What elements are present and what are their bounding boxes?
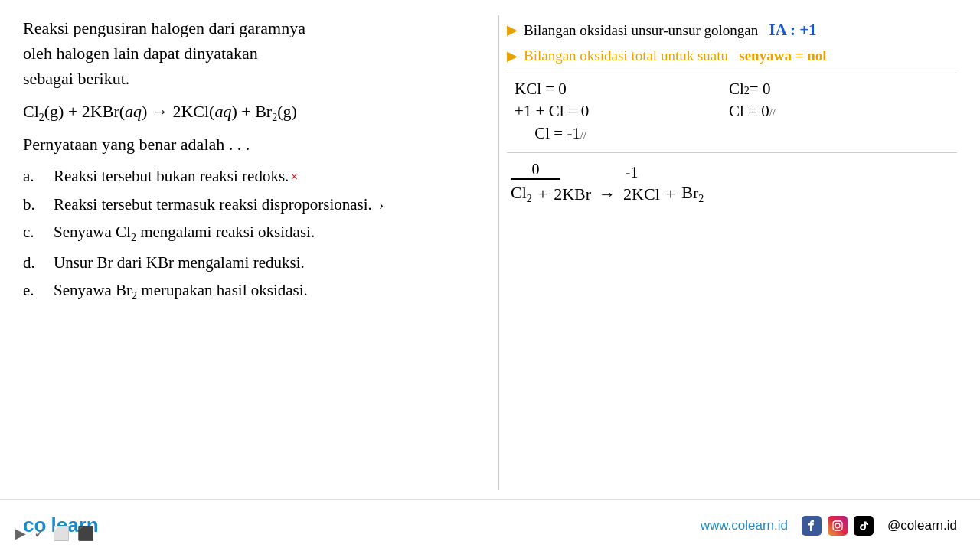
hint-1-text: Bilangan oksidasi unsur-unsur golongan I… bbox=[524, 19, 817, 41]
footer: co learn www.colearn.id bbox=[0, 499, 980, 551]
full-reaction-line: Cl2 + 2KBr → 2KCl + Br2 bbox=[511, 183, 953, 205]
check-button[interactable]: ✓ bbox=[34, 525, 45, 542]
divider-1 bbox=[507, 73, 957, 73]
next-button[interactable]: ⬛ bbox=[77, 525, 94, 542]
footer-social bbox=[802, 516, 874, 536]
option-b-label: b. bbox=[23, 193, 54, 216]
option-b-text: Reaksi tersebut termasuk reaksi dispropo… bbox=[54, 193, 482, 216]
reaction-diagram: 0 -1 Cl2 + 2KBr → 2KCl + Br2 bbox=[507, 161, 957, 205]
reaction-plus-2: + bbox=[666, 184, 675, 204]
option-a-text: Reaksi tersebut bukan reaksi redoks.× bbox=[54, 165, 482, 187]
option-e-label: e. bbox=[23, 279, 54, 302]
hint-1-arrow: ▶ bbox=[507, 21, 518, 40]
hint-2: ▶ Bilangan oksidasi total untuk suatu se… bbox=[507, 46, 957, 67]
option-c-text: Senyawa Cl2 mengalami reaksi oksidasi. bbox=[54, 220, 482, 246]
svg-rect-0 bbox=[833, 521, 842, 530]
divider-2 bbox=[507, 152, 957, 153]
option-b: b. Reaksi tersebut termasuk reaksi dispr… bbox=[23, 193, 482, 216]
reaction-spacer-1 bbox=[560, 161, 621, 181]
forward-button[interactable]: ⬜ bbox=[53, 525, 70, 542]
calc-cl-val: Cl = -1// bbox=[514, 124, 706, 143]
option-a-cross: × bbox=[290, 169, 298, 184]
play-button[interactable]: ▶ bbox=[15, 525, 26, 542]
option-d-text: Unsur Br dari KBr mengalami reduksi. bbox=[54, 251, 482, 274]
calc-kcl-eq: KCl = 0 bbox=[514, 80, 706, 99]
question-intro: Reaksi pengusiran halogen dari garamnya … bbox=[23, 15, 482, 91]
hint-2-text: Bilangan oksidasi total untuk suatu seny… bbox=[524, 46, 827, 67]
reaction-2kcl: 2KCl bbox=[623, 184, 660, 204]
footer-right: www.colearn.id @colearn.id bbox=[701, 516, 957, 536]
option-b-arrow: › bbox=[379, 197, 384, 213]
option-e: e. Senyawa Br2 merupakan hasil oksidasi. bbox=[23, 279, 482, 304]
option-e-text: Senyawa Br2 merupakan hasil oksidasi. bbox=[54, 279, 482, 304]
svg-point-1 bbox=[835, 523, 840, 528]
reaction-br2: Br2 bbox=[681, 183, 704, 205]
tiktok-icon[interactable] bbox=[854, 516, 874, 536]
footer-url: www.colearn.id bbox=[701, 518, 788, 533]
calc-left: KCl = 0 +1 + Cl = 0 Cl = -1// bbox=[514, 80, 706, 146]
calc-cl-zero: Cl = 0// bbox=[729, 102, 776, 121]
answer-options: a. Reaksi tersebut bukan reaksi redoks.×… bbox=[23, 165, 482, 304]
option-c-label: c. bbox=[23, 220, 54, 243]
media-controls[interactable]: ▶ ✓ ⬜ ⬛ bbox=[15, 525, 94, 542]
ox-number-kcl: -1 bbox=[626, 164, 639, 181]
reaction-2kbr: 2KBr bbox=[554, 184, 591, 204]
hint-2-arrow: ▶ bbox=[507, 47, 518, 66]
option-c: c. Senyawa Cl2 mengalami reaksi oksidasi… bbox=[23, 220, 482, 246]
question-prompt: Pernyataan yang benar adalah . . . bbox=[23, 132, 482, 157]
calc-cl2-eq: Cl2 = 0 bbox=[729, 80, 776, 99]
reaction-plus-1: + bbox=[538, 184, 547, 204]
hint-box: ▶ Bilangan oksidasi unsur-unsur golongan… bbox=[507, 19, 957, 67]
calc-k-cl: +1 + Cl = 0 bbox=[514, 102, 706, 121]
option-d: d. Unsur Br dari KBr mengalami reduksi. bbox=[23, 251, 482, 274]
calc-right: Cl2 = 0 Cl = 0// bbox=[729, 80, 776, 124]
option-a: a. Reaksi tersebut bukan reaksi redoks.× bbox=[23, 165, 482, 187]
calc-area: KCl = 0 +1 + Cl = 0 Cl = -1// Cl2 = 0 bbox=[507, 80, 957, 146]
instagram-icon[interactable] bbox=[828, 516, 848, 536]
reaction-arrow: → bbox=[599, 184, 616, 204]
hint-1: ▶ Bilangan oksidasi unsur-unsur golongan… bbox=[507, 19, 957, 41]
svg-point-2 bbox=[840, 523, 841, 523]
reaction-equation-left: Cl2(g) + 2KBr(aq) → 2KCl(aq) + Br2(g) bbox=[23, 99, 482, 126]
facebook-icon[interactable] bbox=[802, 516, 822, 536]
left-panel: Reaksi pengusiran halogen dari garamnya … bbox=[23, 15, 498, 490]
footer-handle: @colearn.id bbox=[887, 518, 957, 533]
right-panel: ▶ Bilangan oksidasi unsur-unsur golongan… bbox=[498, 15, 957, 490]
reaction-cl2: Cl2 bbox=[511, 183, 532, 205]
ox-number-cl2: 0 bbox=[532, 161, 540, 178]
option-a-label: a. bbox=[23, 165, 54, 187]
option-d-label: d. bbox=[23, 251, 54, 274]
